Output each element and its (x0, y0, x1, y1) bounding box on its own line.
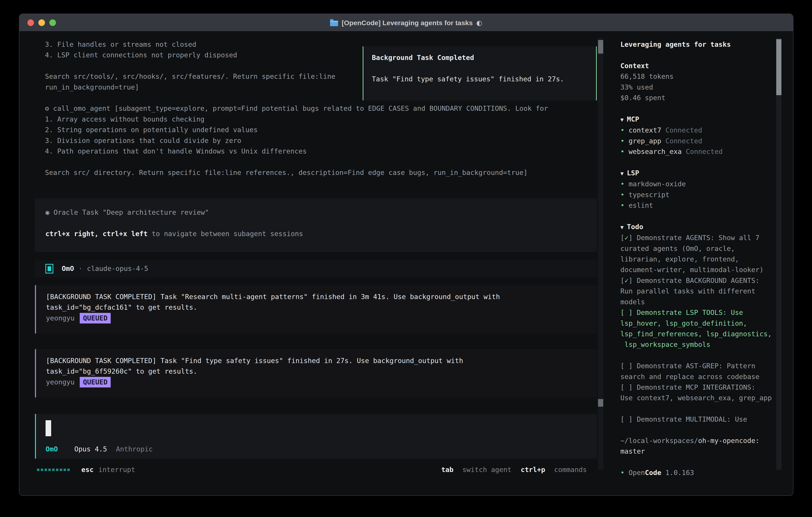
sidebar-line: lsp_find_references, lsp_diagnostics, (620, 329, 771, 339)
agent-separator: · (78, 263, 82, 274)
agent-icon (46, 264, 53, 273)
sidebar-line: Context (620, 61, 771, 71)
esc-key-hint: esc (81, 464, 93, 475)
sidebar-scrollbar[interactable] (776, 38, 781, 470)
input-provider-name: Anthropic (116, 445, 153, 453)
spinner-dot (60, 469, 62, 471)
sidebar-line: [ ] Demonstrate MCP INTEGRATIONS: (620, 382, 771, 393)
sidebar-line (620, 425, 771, 435)
tab-key-label: switch agent (462, 466, 512, 473)
sidebar-line: ▼ MCP (620, 114, 771, 125)
sidebar: Leveraging agents for tasksContext66,518… (607, 32, 793, 495)
half-circle-icon: ◐ (476, 19, 482, 27)
main-terminal: 3. File handles or streams not closed 4.… (19, 32, 607, 495)
sidebar-line: search and replace across codebase (620, 372, 771, 382)
spinner-dot (37, 469, 39, 471)
sidebar-line: • typescript (620, 190, 771, 200)
sidebar-line: Leveraging agents for tasks (620, 39, 771, 50)
sidebar-line (620, 404, 771, 414)
oracle-task-box: ◉ Oracle Task "Deep architecture review"… (35, 198, 597, 252)
sidebar-line: 66,518 tokens (620, 71, 771, 82)
sidebar-line: • websearch_exa Connected (620, 146, 771, 157)
oracle-bullet-icon: ◉ (46, 208, 49, 216)
task-user: yeongyu (46, 378, 75, 386)
sidebar-line: librarian, explore, frontend, (620, 254, 771, 265)
window-titlebar[interactable]: [OpenCode] Leveraging agents for tasks ◐ (19, 14, 793, 32)
sidebar-line: ▼ LSP (620, 168, 771, 179)
status-bar: esc interrupt tab switch agent ctrl+p co… (37, 464, 597, 475)
spinner-dots (37, 469, 70, 471)
scrollbar-thumb[interactable] (598, 40, 603, 54)
sidebar-line: [ ] Demonstrate MULTIMODAL: Use (620, 414, 771, 425)
sidebar-line: • markdown-oxide (620, 179, 771, 189)
scrollbar-thumb[interactable] (598, 399, 603, 407)
agent-session-header[interactable]: OmO · claude-opus-4-5 (35, 260, 597, 277)
spinner-dot (45, 469, 47, 471)
sidebar-line: • OpenCode 1.0.163 (620, 467, 771, 478)
sidebar-line (620, 457, 771, 467)
sidebar-line: $0.46 spent (620, 92, 771, 103)
window-title: [OpenCode] Leveraging agents for tasks (342, 19, 473, 27)
agent-name: OmO (62, 263, 74, 274)
task-message-line2: task_id="bg_6f59260c" to get results. (46, 366, 597, 377)
sidebar-line: master (620, 446, 771, 457)
spinner-dot (48, 469, 51, 471)
spinner-dot (63, 469, 66, 471)
task-completed-block: [BACKGROUND TASK COMPLETED] Task "Find t… (35, 349, 597, 398)
sidebar-line: lsp_workspace_symbols (620, 339, 771, 350)
tab-key-hint: tab (441, 466, 453, 473)
sidebar-lines: Leveraging agents for tasksContext66,518… (620, 39, 771, 478)
status-badge: QUEUED (80, 313, 111, 324)
sidebar-line: document-writer, multimodal-looker) (620, 265, 771, 275)
spinner-dot (52, 469, 55, 471)
sidebar-line: [ ] Demonstrate LSP TOOLS: Use (620, 307, 771, 318)
sidebar-line (620, 103, 771, 114)
sidebar-line: Use context7, websearch_exa, grep_app (620, 393, 771, 403)
toast-body: Task "Find type safety issues" finished … (372, 74, 596, 84)
folder-icon (330, 21, 338, 26)
oracle-task-label: Oracle Task "Deep architecture review" (49, 208, 209, 216)
sidebar-line: models (620, 297, 771, 307)
sidebar-line: curated agents (OmO, oracle, (620, 243, 771, 254)
task-user: yeongyu (46, 314, 75, 322)
app-window: [OpenCode] Leveraging agents for tasks ◐… (19, 13, 793, 496)
sidebar-line: • context7 Connected (620, 125, 771, 136)
ctrlp-key-label: commands (554, 466, 587, 473)
sidebar-line (620, 157, 771, 167)
task-completed-block: [BACKGROUND TASK COMPLETED] Task "Resear… (35, 285, 597, 333)
agent-model: claude-opus-4-5 (87, 263, 148, 274)
toast-title: Background Task Completed (372, 52, 596, 63)
sidebar-line (620, 211, 771, 221)
text-cursor (46, 420, 51, 436)
status-badge: QUEUED (80, 377, 111, 387)
sidebar-line: [ ] Demonstrate AST-GREP: Pattern (620, 361, 771, 371)
sidebar-line: Run parallel tasks with different (620, 286, 771, 297)
spinner-dot (41, 469, 43, 471)
task-message-line2: task_id="bg_dcfac161" to get results. (46, 302, 597, 313)
sidebar-line: ▼ Todo (620, 221, 771, 233)
sidebar-line: • grep_app Connected (620, 136, 771, 146)
subagent-nav-keys: ctrl+x right, ctrl+x left (46, 230, 148, 238)
sidebar-line: [✓] Demonstrate AGENTS: Show all 7 (620, 233, 771, 243)
subagent-nav-hint: to navigate between subagent sessions (148, 230, 303, 238)
sidebar-line: [✓] Demonstrate BACKGROUND AGENTS: (620, 275, 771, 286)
input-agent-name: OmO (46, 445, 58, 453)
input-model-name: Opus 4.5 (74, 445, 107, 453)
sidebar-line: 33% used (620, 82, 771, 92)
sidebar-line: ~/local-workspaces/oh-my-opencode: (620, 435, 771, 446)
app-content: 3. File handles or streams not closed 4.… (19, 32, 793, 495)
sidebar-line (620, 50, 771, 60)
background-task-toast: Background Task Completed Task "Find typ… (362, 46, 597, 100)
sidebar-line: • eslint (620, 200, 771, 211)
spinner-dot (67, 469, 70, 471)
task-message-line1: [BACKGROUND TASK COMPLETED] Task "Resear… (46, 292, 597, 302)
sidebar-line (620, 350, 771, 361)
main-scrollbar[interactable] (598, 38, 603, 470)
spinner-dot (56, 469, 58, 471)
esc-key-label: interrupt (98, 464, 135, 475)
task-message-line1: [BACKGROUND TASK COMPLETED] Task "Find t… (46, 355, 597, 366)
scrollbar-thumb[interactable] (776, 39, 781, 95)
sidebar-line: lsp_hover, lsp_goto_definition, (620, 318, 771, 329)
prompt-input[interactable]: OmO Opus 4.5 Anthropic (35, 414, 597, 459)
ctrlp-key-hint: ctrl+p (521, 466, 545, 473)
